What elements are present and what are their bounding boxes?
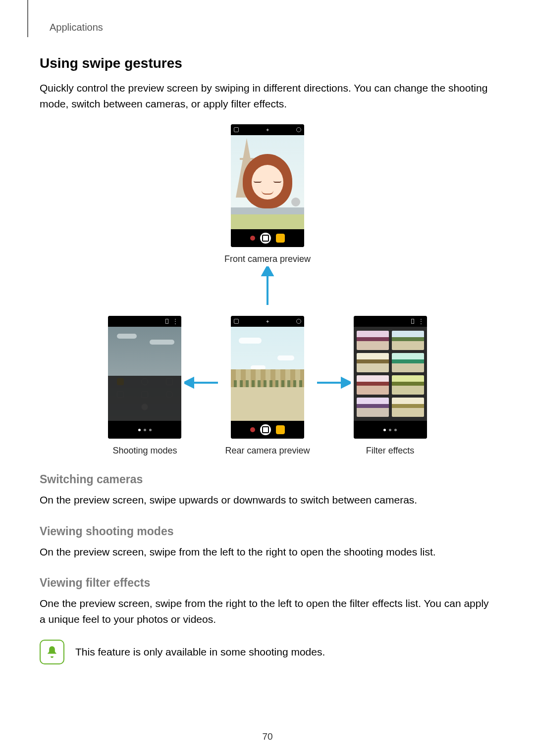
mode-continuous-icon	[117, 391, 124, 398]
figure-swipe-gestures: ✦ F	[40, 124, 495, 456]
subheading-filter-effects: Viewing filter effects	[40, 576, 495, 590]
beauty-icon	[291, 198, 300, 206]
effects-button-icon	[276, 234, 285, 243]
shutter-button-icon	[260, 233, 271, 244]
section-heading: Using swipe gestures	[40, 55, 495, 71]
page-content: Using swipe gestures Quickly control the…	[40, 55, 495, 664]
intro-paragraph: Quickly control the preview screen by sw…	[40, 80, 495, 111]
paragraph-switching-cameras: On the preview screen, swipe upwards or …	[40, 492, 495, 508]
svg-marker-1	[263, 266, 272, 275]
mode-night-icon	[166, 391, 173, 398]
ratio-icon	[234, 319, 239, 324]
shooting-modes-phone: ⋮	[108, 316, 181, 439]
ratio-icon	[234, 127, 239, 132]
caption-rear: Rear camera preview	[225, 446, 310, 456]
caption-filters: Filter effects	[354, 446, 427, 456]
caption-modes: Shooting modes	[108, 446, 181, 456]
mode-panorama-icon	[166, 378, 173, 385]
settings-icon	[296, 319, 301, 324]
note-callout: This feature is only available in some s…	[40, 640, 495, 664]
mode-auto-icon	[117, 378, 124, 385]
note-text: This feature is only available in some s…	[75, 644, 325, 660]
breadcrumb: Applications	[50, 22, 103, 33]
shutter-button-icon	[260, 424, 271, 435]
caption-front: Front camera preview	[40, 254, 495, 264]
battery-icon	[165, 319, 168, 324]
paragraph-shooting-modes: On the preview screen, swipe from the le…	[40, 544, 495, 560]
page-dots	[138, 429, 152, 431]
menu-icon: ⋮	[418, 318, 424, 325]
svg-marker-5	[342, 378, 351, 387]
record-button-icon	[250, 427, 255, 432]
menu-icon: ⋮	[172, 318, 178, 325]
record-button-icon	[250, 236, 255, 241]
flash-icon: ✦	[266, 319, 269, 324]
flash-icon: ✦	[266, 127, 269, 133]
margin-rule	[27, 0, 28, 37]
effects-button-icon	[276, 425, 285, 434]
arrow-left-icon	[184, 375, 219, 390]
shooting-mode-grid	[108, 376, 181, 413]
note-bell-icon	[40, 640, 64, 664]
subheading-shooting-modes: Viewing shooting modes	[40, 525, 495, 538]
filter-effects-phone: ⋮	[354, 316, 427, 439]
mode-hdr-icon	[141, 391, 148, 398]
arrow-right-icon	[316, 375, 351, 390]
paragraph-filter-effects: One the preview screen, swipe from the r…	[40, 596, 495, 627]
svg-marker-3	[184, 378, 193, 387]
filter-thumbnail-grid	[357, 331, 424, 417]
rear-camera-preview-phone: ✦	[231, 316, 304, 439]
subheading-switching-cameras: Switching cameras	[40, 473, 495, 486]
mode-pro-icon	[141, 378, 148, 385]
mode-download-icon	[141, 403, 148, 410]
page-number: 70	[262, 731, 272, 742]
settings-icon	[296, 127, 301, 132]
arrow-up-icon	[253, 266, 282, 306]
battery-icon	[411, 319, 414, 324]
front-camera-preview-phone: ✦	[231, 124, 304, 247]
